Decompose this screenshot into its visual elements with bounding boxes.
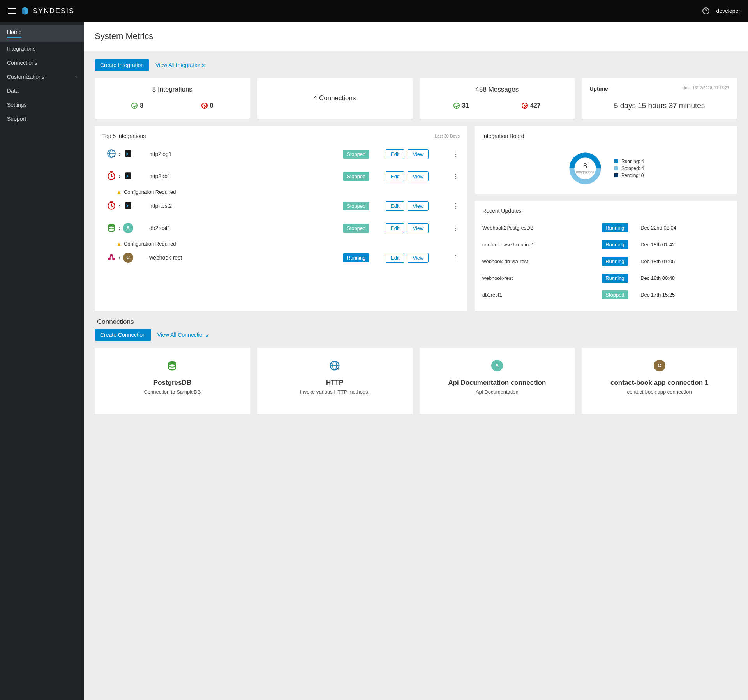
- integration-icons: ›A: [102, 223, 145, 234]
- legend-item: Running: 4: [614, 159, 644, 164]
- update-name[interactable]: webhook-db-via-rest: [482, 258, 598, 264]
- create-connection-button[interactable]: Create Connection: [95, 329, 151, 341]
- uptime-title: Uptime: [589, 86, 608, 92]
- connection-name: Api Documentation connection: [427, 379, 568, 387]
- sidebar-item-customizations[interactable]: Customizations›: [0, 70, 84, 84]
- update-row: webhook-db-via-restRunningDec 18th 01:05: [482, 253, 729, 270]
- status-badge: Running: [343, 253, 369, 262]
- update-name[interactable]: db2rest1: [482, 292, 598, 298]
- kebab-icon[interactable]: ⋮: [452, 202, 460, 210]
- connection-card[interactable]: HTTPInvoke various HTTP methods.: [257, 348, 413, 414]
- edit-button[interactable]: Edit: [386, 171, 404, 181]
- page-title: System Metrics: [95, 31, 737, 41]
- integration-row: ›Cwebhook-restRunningEditView⋮: [102, 247, 460, 269]
- script-icon: [123, 171, 133, 182]
- brand[interactable]: SYNDESIS: [20, 6, 74, 16]
- update-name[interactable]: content-based-routing1: [482, 242, 598, 247]
- update-row: db2rest1StoppedDec 17th 15:25: [482, 286, 729, 303]
- connection-card[interactable]: PostgresDBConnection to SampleDB: [95, 348, 250, 414]
- a-icon: A: [427, 358, 568, 373]
- edit-button[interactable]: Edit: [386, 253, 404, 263]
- sidebar-item-label: Support: [7, 116, 26, 122]
- sidebar-item-integrations[interactable]: Integrations: [0, 42, 84, 56]
- status-badge: Stopped: [343, 202, 369, 210]
- kebab-icon[interactable]: ⋮: [452, 173, 460, 180]
- integration-row: ›http2log1StoppedEditView⋮: [102, 143, 460, 165]
- c-icon: C: [589, 358, 730, 373]
- ok-icon: [453, 103, 460, 109]
- svg-rect-6: [125, 150, 131, 157]
- integration-board-panel: Integration Board 8 Integrations: [475, 126, 737, 194]
- main: System Metrics Create Integration View A…: [84, 22, 748, 700]
- recent-updates-panel: Recent Updates Webhook2PostgresDBRunning…: [475, 201, 737, 311]
- integrations-ok: 8: [131, 102, 143, 109]
- arrow-right-icon: ›: [119, 203, 121, 209]
- arrow-right-icon: ›: [119, 173, 121, 179]
- connection-desc: Connection to SampleDB: [102, 389, 243, 395]
- edit-button[interactable]: Edit: [386, 149, 404, 159]
- board-legend: Running: 4Stopped: 4Pending: 0: [614, 157, 644, 180]
- integration-name[interactable]: webhook-rest: [149, 255, 339, 261]
- sidebar: HomeIntegrationsConnectionsCustomization…: [0, 22, 84, 700]
- svg-rect-11: [125, 172, 131, 179]
- connections-section: Connections Create Connection View All C…: [95, 318, 737, 414]
- view-button[interactable]: View: [408, 201, 429, 211]
- legend-item: Stopped: 4: [614, 166, 644, 171]
- integration-name[interactable]: http2log1: [149, 151, 339, 157]
- view-button[interactable]: View: [408, 223, 429, 233]
- integration-donut-chart: 8 Integrations: [568, 151, 603, 186]
- sidebar-item-settings[interactable]: Settings: [0, 98, 84, 112]
- user-label[interactable]: developer: [716, 8, 741, 14]
- kebab-icon[interactable]: ⋮: [452, 254, 460, 262]
- integration-icons: ›: [102, 148, 145, 160]
- integration-name[interactable]: http-test2: [149, 203, 339, 209]
- update-name[interactable]: Webhook2PostgresDB: [482, 225, 598, 231]
- integration-row: ›http2db1StoppedEditView⋮: [102, 165, 460, 187]
- svg-rect-15: [110, 201, 113, 202]
- legend-swatch: [614, 173, 618, 177]
- error-icon: [201, 103, 208, 109]
- svg-point-17: [108, 224, 114, 226]
- arrow-right-icon: ›: [119, 255, 121, 261]
- connection-desc: contact-book app connection: [589, 389, 730, 395]
- view-all-connections-link[interactable]: View All Connections: [157, 332, 208, 338]
- menu-toggle-icon[interactable]: [8, 8, 16, 14]
- create-integration-button[interactable]: Create Integration: [95, 59, 149, 71]
- kebab-icon[interactable]: ⋮: [452, 224, 460, 232]
- messages-metric-title: 458 Messages: [427, 86, 567, 94]
- update-date: Dec 17th 15:25: [640, 292, 729, 298]
- integration-name[interactable]: http2db1: [149, 173, 339, 179]
- status-badge: Running: [602, 274, 628, 283]
- svg-point-25: [169, 364, 176, 367]
- edit-button[interactable]: Edit: [386, 201, 404, 211]
- sidebar-item-support[interactable]: Support: [0, 112, 84, 126]
- kebab-icon[interactable]: ⋮: [452, 150, 460, 158]
- warning-icon: ▲: [116, 189, 122, 195]
- sidebar-item-home[interactable]: Home: [0, 25, 84, 42]
- help-icon[interactable]: ?: [702, 7, 709, 14]
- topbar: SYNDESIS ? developer: [0, 0, 748, 22]
- sidebar-item-data[interactable]: Data: [0, 84, 84, 98]
- legend-label: Stopped: 4: [621, 166, 644, 171]
- connection-card[interactable]: Ccontact-book app connection 1contact-bo…: [582, 348, 737, 414]
- update-date: Dec 18th 01:05: [640, 258, 729, 264]
- integration-name[interactable]: db2rest1: [149, 225, 339, 231]
- view-button[interactable]: View: [408, 253, 429, 263]
- donut-total: 8: [583, 162, 587, 170]
- integration-board-title: Integration Board: [482, 133, 524, 139]
- db-icon: [102, 358, 243, 373]
- globe-icon: [264, 358, 406, 373]
- view-button[interactable]: View: [408, 149, 429, 159]
- config-required-notice: ▲Configuration Required: [102, 187, 460, 195]
- edit-button[interactable]: Edit: [386, 223, 404, 233]
- status-badge: Stopped: [343, 224, 369, 233]
- sidebar-item-connections[interactable]: Connections: [0, 56, 84, 70]
- metrics-row: 8 Integrations 8 0 4 Connections 458 Mes…: [95, 78, 737, 119]
- connection-card[interactable]: AApi Documentation connectionApi Documen…: [420, 348, 575, 414]
- update-name[interactable]: webhook-rest: [482, 275, 598, 281]
- connections-metric-title: 4 Connections: [314, 94, 356, 102]
- view-button[interactable]: View: [408, 171, 429, 181]
- arrow-right-icon: ›: [119, 225, 121, 231]
- top-integrations-title: Top 5 Integrations: [102, 133, 146, 139]
- view-all-integrations-link[interactable]: View All Integrations: [155, 62, 205, 68]
